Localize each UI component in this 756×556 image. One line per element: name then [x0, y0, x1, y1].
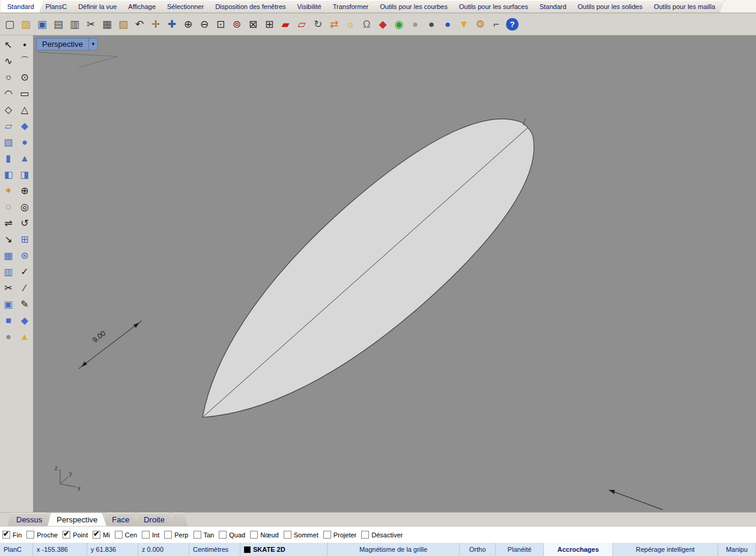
osnap-toggle[interactable]: Fin	[2, 531, 22, 539]
cone-yellow-icon[interactable]: ▲	[17, 329, 32, 345]
filter-icon[interactable]: ▼	[456, 16, 472, 32]
viewport-tab[interactable]	[170, 513, 188, 526]
viewport-tab[interactable]: Droite	[135, 513, 174, 526]
join-icon[interactable]: ⊕	[17, 183, 32, 199]
dimension-line[interactable]	[79, 321, 142, 369]
curve-through-points-icon[interactable]: ⌒	[17, 53, 32, 69]
osnap-toggle[interactable]: Désactiver	[361, 531, 403, 539]
menu-tab[interactable]: Affichage	[122, 0, 165, 13]
leader-arrow[interactable]	[609, 490, 663, 510]
undo-icon[interactable]: ↶	[132, 16, 147, 32]
zoom-out-icon[interactable]: ⊖	[197, 16, 212, 32]
help-icon[interactable]: ?	[506, 18, 519, 31]
status-cell[interactable]: Accrochages	[544, 543, 613, 556]
mirror-icon[interactable]: ⇌	[1, 216, 16, 231]
options-gear-icon[interactable]: ⚙	[472, 16, 488, 32]
point-icon[interactable]: •	[17, 37, 32, 53]
sphere-icon[interactable]: ●	[17, 134, 32, 150]
polyline-icon[interactable]: △	[17, 102, 32, 118]
status-cell[interactable]: SKATE 2D	[240, 543, 328, 556]
zoom-extents-icon[interactable]: ⊠	[245, 16, 261, 32]
shade-lamp-icon[interactable]: ☼	[343, 16, 358, 32]
circle-icon[interactable]: ○	[1, 70, 16, 85]
osnap-checkbox[interactable]	[323, 531, 331, 539]
viewport-canvas[interactable]: 9.00 z y x	[33, 35, 756, 512]
status-cell[interactable]: x -155.386	[33, 543, 87, 556]
perspective-viewport[interactable]: Perspective ▼ 9.00	[33, 35, 756, 512]
transform-icon[interactable]: ⇄	[326, 16, 342, 32]
split-icon[interactable]: ∕	[17, 280, 32, 296]
rendered-sphere-icon[interactable]: ●	[424, 16, 439, 32]
osnap-toggle[interactable]: Projeter	[323, 531, 357, 539]
osnap-checkbox[interactable]	[284, 531, 291, 539]
earth-sphere-icon[interactable]: ●	[440, 16, 456, 32]
menu-tab[interactable]: Transformer	[327, 0, 379, 13]
properties-panel-icon[interactable]: ▣	[1, 297, 16, 312]
ellipse-icon[interactable]: ⊙	[17, 70, 32, 85]
boolean-difference-icon[interactable]: ◨	[17, 167, 32, 183]
menu-tab[interactable]: Définir la vue	[72, 0, 126, 13]
osnap-toggle[interactable]: Perp	[164, 531, 188, 539]
copy-icon[interactable]: ▦	[99, 16, 115, 32]
menu-tab[interactable]: Outils pour les courbes	[374, 0, 457, 13]
osnap-checkbox[interactable]	[115, 531, 123, 539]
boolean-union-icon[interactable]: ◧	[1, 167, 16, 183]
open-file-icon[interactable]: ▨	[18, 16, 34, 32]
status-cell[interactable]: Centimètres	[189, 543, 240, 556]
rotate-view-icon[interactable]: ✚	[164, 16, 180, 32]
array-icon[interactable]: ⊞	[17, 232, 32, 247]
surface-corner-icon[interactable]: ◆	[17, 118, 32, 134]
arc-icon[interactable]: ◠	[1, 86, 16, 101]
status-cell[interactable]: Repérage intelligent	[613, 543, 718, 556]
viewport-tab[interactable]: Dessus	[7, 513, 51, 526]
menu-tab[interactable]: Outils pour les mailla	[648, 0, 725, 13]
osnap-toggle[interactable]: Sommet	[284, 531, 319, 539]
status-cell[interactable]: Manipu	[718, 543, 756, 556]
zoom-selected-icon[interactable]: ⊚	[229, 16, 245, 32]
menu-tab[interactable]: Outils pour les surfaces	[453, 0, 538, 13]
annotate-icon[interactable]: ✎	[17, 297, 32, 312]
box-icon[interactable]: ▧	[1, 134, 16, 150]
print-icon[interactable]: ▤	[50, 16, 66, 32]
menu-tab[interactable]: Sélectionner	[161, 0, 213, 13]
cut-icon[interactable]: ✂	[83, 16, 99, 32]
status-cell[interactable]: y 61.836	[87, 543, 138, 556]
status-cell[interactable]: Ortho	[460, 543, 496, 556]
osnap-toggle[interactable]: Cen	[115, 531, 137, 539]
zoom-window-icon[interactable]: ⊡	[213, 16, 228, 32]
color-wheel-icon[interactable]: ◉	[391, 16, 407, 32]
render-icon[interactable]: ▰	[278, 16, 293, 32]
lock-icon[interactable]: Ω	[359, 16, 374, 32]
osnap-checkbox[interactable]	[194, 531, 201, 539]
export-page-icon[interactable]: ▥	[67, 16, 82, 32]
polygon-icon[interactable]: ◇	[1, 102, 16, 118]
select-arrow-icon[interactable]: ↖	[1, 37, 16, 53]
dimension-annotation[interactable]: 9.00	[79, 321, 142, 369]
osnap-checkbox[interactable]	[142, 531, 150, 539]
new-file-icon[interactable]: ▢	[2, 16, 17, 32]
osnap-toggle[interactable]: Nœud	[250, 531, 279, 539]
rotate-object-icon[interactable]: ↺	[17, 216, 32, 231]
move-icon[interactable]: ↘	[1, 232, 16, 247]
material-sphere-icon[interactable]: ●	[1, 329, 16, 345]
status-cell[interactable]: z 0.000	[138, 543, 189, 556]
osnap-toggle[interactable]: Int	[142, 531, 159, 539]
osnap-checkbox[interactable]	[26, 531, 34, 539]
menu-tab[interactable]: Standard	[534, 0, 576, 13]
deck-center-line[interactable]	[203, 127, 528, 417]
osnap-checkbox[interactable]	[2, 531, 10, 539]
snapshot-icon[interactable]: ⌐	[489, 16, 504, 32]
osnap-toggle[interactable]: Tan	[194, 531, 215, 539]
paste-icon[interactable]: ▧	[115, 16, 131, 32]
osnap-checkbox[interactable]	[93, 531, 100, 539]
osnap-checkbox[interactable]	[250, 531, 258, 539]
control-point-curve-icon[interactable]: ∿	[1, 53, 16, 69]
layers-panel-icon[interactable]: ▦	[1, 248, 16, 264]
menu-tab[interactable]: Outils pour les solides	[572, 0, 652, 13]
osnap-checkbox[interactable]	[219, 531, 227, 539]
check-select-icon[interactable]: ✓	[17, 264, 32, 280]
block-icon[interactable]: ■	[1, 313, 16, 328]
status-cell[interactable]: Planéité	[496, 543, 544, 556]
rotate-icon[interactable]: ↻	[310, 16, 326, 32]
status-cell[interactable]: PlanC	[0, 543, 33, 556]
